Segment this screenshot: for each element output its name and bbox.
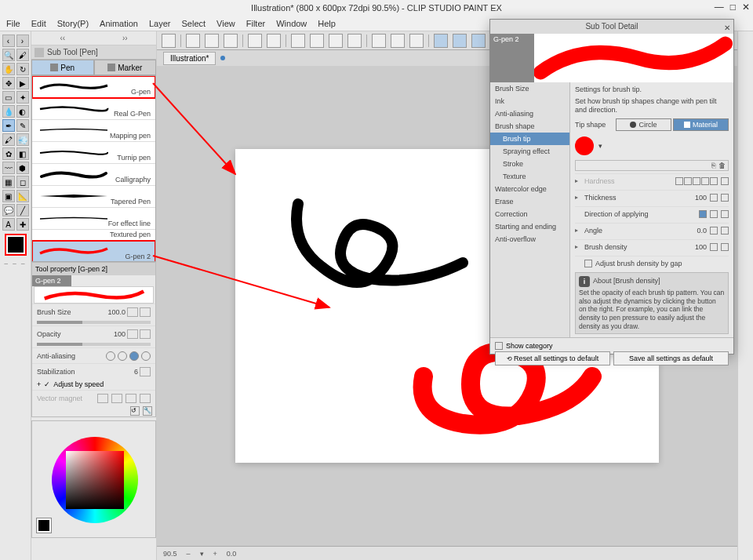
cat-antioverflow[interactable]: Anti-overflow: [490, 233, 569, 245]
eraser-tool-icon[interactable]: ◧: [16, 147, 29, 160]
tipshape-material-option[interactable]: Material: [673, 118, 729, 131]
line-tool-icon[interactable]: ╱: [16, 204, 29, 216]
cat-ink[interactable]: Ink: [490, 95, 569, 107]
fill-icon[interactable]: [310, 34, 324, 48]
opacity-value[interactable]: 100: [114, 330, 126, 338]
blend-tool-icon[interactable]: 〰: [2, 162, 15, 174]
cat-brushsize[interactable]: Brush Size: [490, 82, 569, 95]
open-icon[interactable]: [186, 34, 200, 48]
magnifier-tool-icon[interactable]: 🔍: [2, 49, 15, 61]
menu-window[interactable]: Window: [276, 19, 307, 28]
menu-help[interactable]: Help: [318, 19, 336, 28]
material-delete-icon[interactable]: 🗑: [718, 162, 726, 169]
brush-item-tapered[interactable]: Tapered Pen: [32, 186, 155, 208]
reset-defaults-button[interactable]: ⟲ Reset all settings to default: [495, 351, 610, 365]
opacity-dyn-icon[interactable]: [140, 329, 151, 339]
tab-marker[interactable]: Marker: [94, 60, 157, 75]
text-tool-icon[interactable]: A: [2, 218, 15, 231]
angle-value[interactable]: 0.0: [697, 227, 707, 235]
save-defaults-button[interactable]: Save all settings as default: [613, 351, 729, 365]
brush-item-textured[interactable]: Textured pen: [32, 230, 155, 241]
cat-startend[interactable]: Starting and ending: [490, 220, 569, 233]
marquee-tool-icon[interactable]: ▭: [2, 91, 15, 104]
adjust-check-icon[interactable]: ✓: [44, 380, 50, 388]
clear-icon[interactable]: [291, 34, 305, 48]
color-square[interactable]: [66, 451, 124, 509]
hand-tool-icon[interactable]: ✋: [2, 63, 15, 75]
expand-icon[interactable]: +: [37, 380, 41, 388]
cat-spraying[interactable]: Spraying effect: [490, 145, 569, 158]
angle-stepper[interactable]: [710, 227, 718, 235]
brush-item-realgpen[interactable]: Real G-Pen: [32, 98, 155, 120]
stabilization-stepper[interactable]: [140, 367, 151, 376]
stabilization-value[interactable]: 6: [134, 368, 138, 376]
cat-brushshape[interactable]: Brush shape: [490, 120, 569, 133]
select-all-icon[interactable]: [372, 34, 386, 48]
collapse-right-icon[interactable]: ››: [122, 34, 128, 42]
density-value[interactable]: 100: [695, 243, 707, 251]
cat-watercolor[interactable]: Watercolor edge: [490, 183, 569, 195]
aa-none-icon[interactable]: [106, 351, 115, 361]
direction-horizontal-icon[interactable]: [699, 210, 707, 218]
minimize-button[interactable]: —: [715, 2, 724, 13]
chevron-right-icon[interactable]: ›: [16, 35, 29, 47]
direction-vertical-icon[interactable]: [710, 210, 718, 218]
deselect-icon[interactable]: [391, 34, 405, 48]
wand-tool-icon[interactable]: ✦: [16, 91, 29, 104]
brush-item-turnip[interactable]: Turnip pen: [32, 142, 155, 164]
menu-filter[interactable]: Filter: [246, 19, 265, 28]
tab-pen[interactable]: Pen: [31, 60, 94, 75]
new-doc-icon[interactable]: [162, 34, 176, 48]
save-icon[interactable]: [205, 34, 219, 48]
menu-file[interactable]: File: [6, 19, 20, 28]
gradient-tool-icon[interactable]: ▦: [2, 176, 15, 188]
thickness-value[interactable]: 100: [695, 194, 707, 202]
rotate-tool-icon[interactable]: ↻: [16, 63, 29, 75]
angle-dyn-icon[interactable]: [721, 227, 729, 235]
snap-grid-icon[interactable]: [471, 34, 486, 48]
correct-tool-icon[interactable]: ✚: [16, 218, 29, 231]
aa-weak-icon[interactable]: [118, 351, 127, 361]
pen-tool-icon[interactable]: ✒: [2, 119, 15, 132]
direction-dyn-icon[interactable]: [721, 210, 729, 218]
disclosure-icon[interactable]: ▸: [575, 194, 581, 201]
density-dyn-icon[interactable]: [721, 243, 729, 251]
compass-tool-icon[interactable]: ◐: [16, 105, 29, 118]
operation-tool-icon[interactable]: ▶: [16, 77, 29, 89]
zoom-in-icon[interactable]: +: [213, 550, 217, 558]
paint-tool-icon[interactable]: 🖍: [2, 133, 15, 146]
adjgap-checkbox[interactable]: [584, 260, 592, 267]
menu-story[interactable]: Story(P): [57, 19, 89, 28]
cat-aa[interactable]: Anti-aliasing: [490, 107, 569, 120]
balloon-tool-icon[interactable]: 💬: [2, 204, 15, 216]
eyedropper-tool-icon[interactable]: 💧: [2, 105, 15, 118]
aa-mid-icon[interactable]: [129, 351, 139, 361]
snap-ruler-icon[interactable]: [434, 34, 448, 48]
brush-item-gpen2[interactable]: G-pen 2: [32, 241, 155, 262]
angle-value[interactable]: 0.0: [227, 550, 237, 558]
cat-correction[interactable]: Correction: [490, 208, 569, 220]
thickness-stepper[interactable]: [710, 194, 718, 202]
density-stepper[interactable]: [710, 243, 718, 251]
close-button[interactable]: ✕: [742, 2, 750, 13]
menu-view[interactable]: View: [216, 19, 235, 28]
menu-layer[interactable]: Layer: [149, 19, 171, 28]
menu-animation[interactable]: Animation: [100, 19, 138, 28]
brush-size-dyn-icon[interactable]: [140, 307, 151, 317]
disclosure-icon[interactable]: ▸: [575, 227, 581, 234]
show-category-checkbox[interactable]: [495, 342, 503, 350]
cat-brushtip[interactable]: Brush tip: [490, 133, 569, 145]
tip-material-preview[interactable]: [575, 136, 594, 155]
zoom-out-icon[interactable]: –: [187, 550, 191, 558]
menu-select[interactable]: Select: [182, 19, 206, 28]
color-wheel[interactable]: [52, 437, 138, 523]
scale-icon[interactable]: [329, 34, 343, 48]
material-add-icon[interactable]: ⎘: [711, 162, 715, 169]
tip-material-dropdown-icon[interactable]: ▾: [598, 142, 602, 150]
zoom-value[interactable]: 90.5: [163, 550, 177, 558]
color-swatch[interactable]: [37, 518, 51, 533]
cat-erase[interactable]: Erase: [490, 195, 569, 208]
brush-item-gpen[interactable]: G-pen: [32, 76, 155, 98]
airbrush-tool-icon[interactable]: 💨: [16, 133, 29, 146]
transform-icon[interactable]: [347, 34, 362, 48]
